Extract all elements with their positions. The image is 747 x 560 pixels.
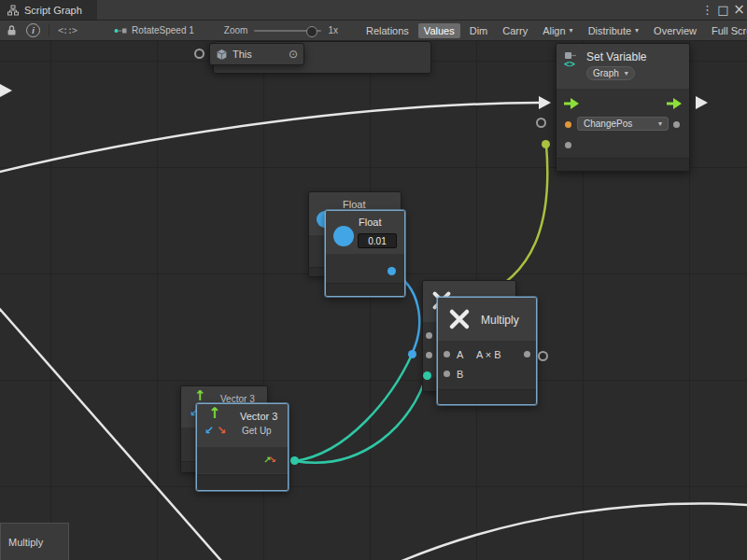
values-button[interactable]: Values [418,23,460,38]
dropdown-arrow-icon: ▾ [625,70,628,77]
wire-vector3-to-multiply-b[interactable] [295,374,427,463]
this-node-output-port[interactable] [194,49,204,59]
variable-name-dropdown[interactable]: ChangePos ▾ [577,117,669,131]
set-variable-flow-row [557,93,689,114]
vector3-footer [197,474,288,490]
flow-arrow-left-edge [0,84,12,97]
graph-toolbar: i <::> RotateSpeed 1 Zoom 1x Relations V… [0,21,747,41]
script-graph-icon [7,5,19,16]
dim-button[interactable]: Dim [464,23,494,38]
zoom-level: 1x [328,25,338,35]
multiply-header: Multiply [438,298,536,342]
vector3-get-up-node[interactable]: ↑ ↙ ↘ Vector 3 Get Up ↗↘ [196,403,289,491]
vector3-subtitle: Get Up [242,426,272,436]
down-left-arrow-icon: ↙ [204,425,214,436]
fullscreen-button[interactable]: Full Screen [706,23,747,38]
graph-canvas[interactable]: This ⊙ <> Set Variable Graph ▾ [0,41,747,560]
dropdown-arrow-icon: ▾ [570,27,573,35]
wire-vector3-to-multiply-a[interactable] [295,355,412,461]
vector3-body: ↗↘ [197,447,288,473]
multiply-title: Multiply [481,314,519,327]
distribute-button[interactable]: Distribute▾ [583,23,644,38]
graph-name-label: RotateSpeed 1 [132,25,194,35]
zoom-slider-knob[interactable] [306,26,317,37]
set-variable-body: ChangePos ▾ [557,89,689,162]
up-arrow-icon: ↑ [194,389,206,403]
value-port-dot[interactable] [565,142,571,148]
maximize-icon[interactable]: □ [715,4,731,16]
multiply-footer [438,389,536,404]
zoom-slider[interactable] [254,30,321,32]
multiply-a-port-dot[interactable] [444,351,450,357]
down-right-arrow-icon: ↘ [217,425,226,436]
dropdown-arrow-icon: ▾ [658,120,662,128]
multiply-result-port-dot[interactable] [524,351,530,357]
target-picker-icon[interactable]: ⊙ [289,49,298,60]
svg-text:<>: <> [564,59,575,69]
multiply-body: A A × B B [438,341,536,393]
menu-icon[interactable]: ⋮ [699,4,715,16]
vector3-header: ↑ ↙ ↘ Vector 3 Get Up [197,404,288,448]
set-variable-name-row: ChangePos ▾ [557,114,689,134]
float-output-port[interactable] [388,267,396,275]
set-variable-node[interactable]: <> Set Variable Graph ▾ [556,43,690,172]
multiply-b-port-dot[interactable] [444,371,450,377]
overview-button[interactable]: Overview [648,23,702,38]
tab-script-graph[interactable]: Script Graph [0,0,97,20]
align-button[interactable]: Align▾ [537,23,578,38]
tab-title: Script Graph [24,5,82,16]
flow-out-port[interactable] [667,98,682,109]
multiply-result-label: A × B [476,349,501,360]
gameobject-cube-icon [216,49,228,61]
info-icon[interactable]: i [26,23,40,37]
variable-port-dot[interactable] [565,121,571,128]
toolbar-buttons: Relations Values Dim Carry Align▾ Distri… [360,21,747,40]
wire-multiply-to-setvariable[interactable] [476,145,547,299]
float-title: Float [359,217,381,228]
carry-button[interactable]: Carry [497,23,533,38]
titlebar: Script Graph ⋮ □ × [0,0,747,21]
multiply-x-icon [447,307,472,331]
up-arrow-icon: ↑ [208,406,220,421]
wire-endpoint-blue[interactable] [408,350,416,358]
set-variable-value-row [557,134,689,155]
corner-multiply-node[interactable]: Multiply [0,523,69,560]
float-value-input[interactable] [358,233,397,248]
this-node-title: This [233,49,252,60]
multiply-ghost-port-1[interactable] [426,332,432,339]
variable-out-port-dot[interactable] [673,121,680,128]
vector3-title: Vector 3 [240,411,277,422]
set-variable-icon: <> [563,51,580,68]
vector3-output-port[interactable] [290,456,299,465]
wire-white-bottom[interactable] [400,503,747,560]
dropdown-arrow-icon: ▾ [635,27,639,35]
float-node[interactable]: Float [325,210,405,297]
multiply-output-port-empty[interactable] [538,351,548,361]
multiply-b-label: B [457,369,463,380]
script-graph-window: Script Graph ⋮ □ × i <::> RotateSpeed 1 [0,0,747,560]
multiply-ghost-port-2[interactable] [426,352,432,358]
vector3-mini-icon: ↗↘ [263,454,276,465]
flow-in-port[interactable] [564,98,579,109]
multiply-node[interactable]: Multiply A A × B B [437,297,537,405]
frame-selection-icon[interactable]: <::> [58,25,77,35]
this-node[interactable]: This ⊙ [209,43,304,65]
set-variable-header: <> Set Variable Graph ▾ [557,44,689,90]
graph-breadcrumb[interactable]: RotateSpeed 1 [114,25,194,35]
float-ghost-title: Float [343,199,365,210]
close-icon[interactable]: × [731,3,747,17]
variable-kind-dropdown[interactable]: Graph ▾ [586,66,635,80]
set-variable-value-port-connected[interactable] [542,140,550,148]
multiply-row-b: B [438,364,536,384]
float-footer [326,283,404,296]
relations-button[interactable]: Relations [360,23,415,38]
wire-endpoint-teal[interactable] [423,371,431,380]
lock-icon[interactable] [7,24,17,36]
set-variable-input-port-empty[interactable] [536,118,546,128]
float-header: Float [326,211,404,255]
wire-control-flow-in[interactable] [0,103,539,173]
set-variable-footer [557,158,689,171]
set-variable-title: Set Variable [586,50,646,63]
graph-mini-icon [114,26,127,35]
float-icon [333,226,354,246]
